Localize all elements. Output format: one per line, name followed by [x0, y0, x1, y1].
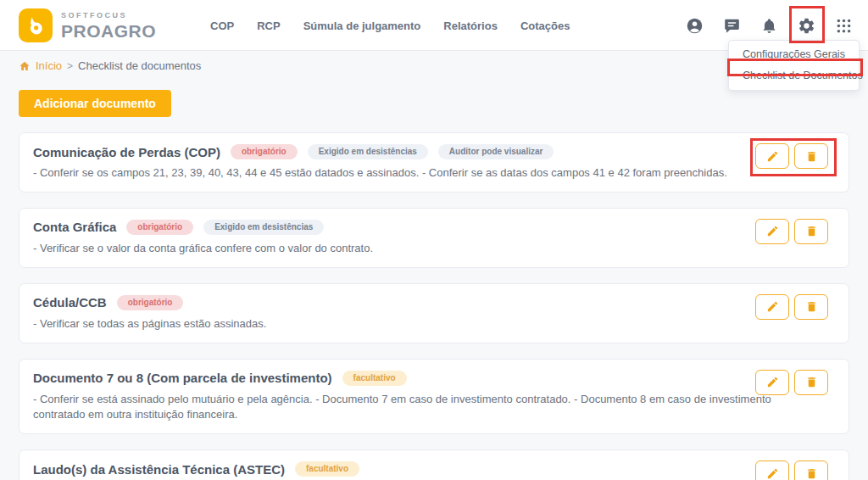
nav-item-cop[interactable]: COP: [210, 20, 234, 32]
delete-button[interactable]: [794, 219, 828, 244]
delete-button[interactable]: [794, 143, 828, 169]
delete-button[interactable]: [794, 294, 828, 320]
document-card-laudo-astec: Laudo(s) da Assistência Técnica (ASTEC) …: [19, 449, 849, 480]
brand-softfocus: SOFTFOCUS: [61, 12, 156, 20]
trash-icon: [805, 300, 818, 313]
badge-obrigatorio: obrigatório: [126, 220, 193, 235]
nav-item-rcp[interactable]: RCP: [257, 20, 280, 32]
home-icon: [19, 60, 31, 72]
pencil-icon: [766, 225, 779, 237]
document-card-cedula-ccb: Cédula/CCB obrigatório - Verificar se to…: [19, 283, 849, 343]
card-actions: [755, 460, 828, 480]
document-title: Conta Gráfica: [33, 220, 116, 234]
badge-obrigatorio: obrigatório: [117, 295, 184, 310]
badge-exigido-desistencias: Exigido em desistências: [308, 144, 428, 159]
badge-facultativo: facultativo: [342, 371, 407, 386]
document-card-conta-grafica: Conta Gráfica obrigatório Exigido em des…: [19, 208, 849, 268]
pencil-icon: [766, 467, 779, 480]
card-actions: [755, 370, 828, 395]
edit-button[interactable]: [755, 219, 789, 244]
nav-item-sumula[interactable]: Súmula de julgamento: [303, 20, 421, 32]
document-description: - Verificar se o valor da conta gráfica …: [33, 241, 747, 257]
badge-exigido-desistencias: Exigido em desistências: [203, 220, 324, 235]
trash-icon: [805, 225, 818, 237]
document-description: - Conferir se os campos 21, 23, 39, 40, …: [33, 165, 747, 181]
badge-obrigatorio: obrigatório: [231, 144, 298, 159]
document-list: Comunicação de Perdas (COP) obrigatório …: [19, 132, 849, 480]
card-actions: [755, 219, 828, 244]
chat-icon[interactable]: [723, 17, 741, 35]
brand-text: SOFTFOCUS PROAGRO: [61, 12, 156, 40]
document-title: Comunicação de Perdas (COP): [33, 145, 220, 159]
document-title: Documento 7 ou 8 (Com parcela de investi…: [33, 371, 332, 385]
gear-icon[interactable]: [798, 17, 815, 35]
trash-icon: [805, 467, 818, 480]
main-nav: COP RCP Súmula de julgamento Relatórios …: [210, 0, 570, 51]
menu-item-configuracoes-gerais[interactable]: Configurações Gerais: [729, 44, 859, 65]
menu-item-checklist-documentos[interactable]: Checklist de Documentos: [729, 65, 859, 87]
pencil-icon: [766, 376, 779, 388]
breadcrumb-separator: >: [67, 60, 73, 72]
badge-auditor-visualizar: Auditor pode visualizar: [438, 144, 554, 159]
breadcrumb-home-link[interactable]: Início: [36, 59, 62, 72]
document-title: Laudo(s) da Assistência Técnica (ASTEC): [33, 462, 285, 477]
edit-button[interactable]: [755, 370, 789, 395]
bell-icon[interactable]: [760, 17, 778, 35]
edit-button[interactable]: [755, 294, 789, 320]
pencil-icon: [766, 150, 779, 163]
card-actions: [755, 143, 828, 169]
breadcrumb-current: Checklist de documentos: [78, 59, 201, 72]
settings-dropdown: Configurações Gerais Checklist de Docume…: [728, 40, 860, 91]
badge-facultativo: facultativo: [295, 461, 359, 477]
document-description: - Verificar se todas as páginas estão as…: [33, 316, 747, 332]
user-icon[interactable]: [686, 17, 704, 35]
trash-icon: [805, 150, 818, 163]
card-actions: [755, 294, 828, 320]
document-title: Cédula/CCB: [33, 295, 107, 310]
pencil-icon: [766, 300, 779, 313]
nav-item-relatorios[interactable]: Relatórios: [443, 20, 498, 32]
delete-button[interactable]: [794, 460, 828, 480]
trash-icon: [805, 376, 818, 388]
add-document-button[interactable]: Adicionar documento: [19, 90, 171, 117]
edit-button[interactable]: [755, 143, 789, 169]
document-card-documento-7-8: Documento 7 ou 8 (Com parcela de investi…: [19, 359, 849, 435]
document-description: - Conferir se está assinado pelo mutuári…: [33, 392, 798, 424]
app-logo[interactable]: SOFTFOCUS PROAGRO: [19, 8, 156, 42]
softfocus-logo-icon: [19, 8, 53, 42]
brand-proagro: PROAGRO: [61, 22, 156, 40]
document-card-cop: Comunicação de Perdas (COP) obrigatório …: [19, 132, 849, 193]
grid-icon[interactable]: [835, 17, 853, 35]
delete-button[interactable]: [794, 370, 828, 395]
nav-item-cotacoes[interactable]: Cotações: [520, 20, 570, 32]
edit-button[interactable]: [755, 460, 789, 480]
